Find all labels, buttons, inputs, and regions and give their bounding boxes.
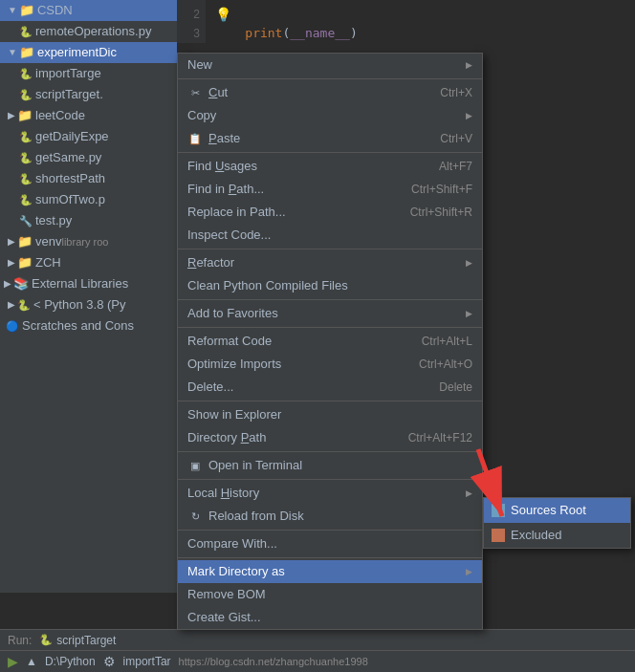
arrow-icon: ▶ [8,294,15,315]
run-script: 🐍 scriptTarget [39,634,116,647]
cut-icon: ✂ [187,81,203,104]
menu-label: ▣Open in Terminal [187,454,302,477]
dunder-name: __name__ [290,26,350,40]
menu-item-replace-in-path[interactable]: Replace in Path... Ctrl+Shift+R [178,201,482,224]
separator [178,152,482,153]
menu-label: Reformat Code [187,330,272,353]
menu-item-show-explorer[interactable]: Show in Explorer [178,403,482,426]
tree-label: leetCode [35,105,85,126]
arrow-icon: ▼ [8,42,17,63]
shortcut-paste: Ctrl+V [440,127,472,150]
file-icon: 🐍 [19,147,33,168]
tree-label: remoteOperations.py [35,21,151,42]
menu-item-refactor[interactable]: Refactor [178,251,482,274]
tree-item-venv[interactable]: ▶ 📁 venv library roo [0,231,177,252]
tree-item-import[interactable]: 🐍 importTarge [0,63,177,84]
line-num-3: 3 [177,24,206,43]
menu-label: Mark Directory as [187,560,285,583]
separator [178,327,482,328]
tree-item-experiment[interactable]: ▼ 📁 experimentDic [0,42,177,63]
tree-item-getdaily[interactable]: 🐍 getDailyExpe [0,126,177,147]
menu-label: Find Usages [187,155,257,178]
file-icon: 🐍 [19,21,33,42]
menu-item-mark-dir[interactable]: Mark Directory as [178,560,482,583]
venv-label: library roo [61,231,108,252]
tree-item-getsame[interactable]: 🐍 getSame.py [0,147,177,168]
tree-label: importTarge [35,63,101,84]
print-keyword: print [245,26,282,40]
tree-item-shortest[interactable]: 🐍 shortestPath [0,168,177,189]
menu-label: Clean Python Compiled Files [187,274,348,297]
menu-item-copy[interactable]: Copy [178,104,482,127]
tree-item-python[interactable]: ▶ 🐍 < Python 3.8 (Py [0,294,177,315]
tree-label: ZCH [35,252,61,273]
arrow-icon: ▶ [8,105,15,126]
menu-item-delete[interactable]: Delete... Delete [178,376,482,399]
menu-item-compare[interactable]: Compare With... [178,532,482,555]
tree-item-csdn[interactable]: ▼ 📁 CSDN [0,0,177,21]
tree-item-remote[interactable]: 🐍 remoteOperations.py [0,21,177,42]
menu-label: Add to Favorites [187,302,278,325]
menu-label: Directory Path [187,426,266,449]
script-name: scriptTarget [56,634,116,647]
menu-item-favorites[interactable]: Add to Favorites [178,302,482,325]
code-line-3: print(__name__) [215,24,625,43]
folder-icon: 📚 [13,273,29,294]
py-icon: 🐍 [39,634,53,646]
tree-label: sumOfTwo.p [35,189,105,210]
menu-label: ✂Cut [187,81,228,104]
menu-label: Inspect Code... [187,224,271,247]
tree-item-sumoftwo[interactable]: 🐍 sumOfTwo.p [0,189,177,210]
menu-item-remove-bom[interactable]: Remove BOM [178,583,482,606]
code-indent [215,26,245,40]
separator [178,78,482,79]
menu-item-clean[interactable]: Clean Python Compiled Files [178,274,482,297]
tree-label: test.py [35,210,72,231]
tree-item-external[interactable]: ▶ 📚 External Libraries [0,273,177,294]
menu-item-local-history[interactable]: Local History [178,482,482,505]
up-button[interactable]: ▲ [26,655,37,668]
tree-item-zch[interactable]: ▶ 📁 ZCH [0,252,177,273]
menu-item-create-gist[interactable]: Create Gist... [178,606,482,629]
menu-item-reformat[interactable]: Reformat Code Ctrl+Alt+L [178,330,482,353]
shortcut-reformat: Ctrl+Alt+L [422,330,472,353]
menu-item-inspect[interactable]: Inspect Code... [178,224,482,247]
shortcut-optimize: Ctrl+Alt+O [419,353,472,376]
menu-item-dir-path[interactable]: Directory Path Ctrl+Alt+F12 [178,426,482,449]
menu-item-new[interactable]: New [178,54,482,76]
menu-label: Refactor [187,251,234,274]
menu-label: Find in Path... [187,178,264,201]
tree-label: scriptTarget. [35,84,103,105]
folder-icon: 📁 [17,252,33,273]
menu-item-optimize[interactable]: Optimize Imports Ctrl+Alt+O [178,353,482,376]
menu-label: Local History [187,482,259,505]
menu-label: Optimize Imports [187,353,281,376]
tree-item-test[interactable]: 🔧 test.py [0,210,177,231]
menu-item-cut[interactable]: ✂Cut Ctrl+X [178,81,482,104]
separator [178,557,482,558]
tree-item-script[interactable]: 🐍 scriptTarget. [0,84,177,105]
menu-label: Remove BOM [187,583,266,606]
separator [178,299,482,300]
shortcut-find-path: Ctrl+Shift+F [411,178,472,201]
tree-item-leetcode[interactable]: ▶ 📁 leetCode [0,105,177,126]
menu-item-terminal[interactable]: ▣Open in Terminal [178,454,482,477]
menu-item-reload[interactable]: ↻Reload from Disk [178,505,482,528]
arrow-icon: ▶ [8,231,15,252]
menu-item-find-in-path[interactable]: Find in Path... Ctrl+Shift+F [178,178,482,201]
python-icon: 🐍 [17,294,31,315]
terminal-icon: ▣ [187,454,203,477]
file-icon: 🐍 [19,84,33,105]
folder-icon: 📁 [19,42,34,63]
project-tree: ▼ 📁 CSDN 🐍 remoteOperations.py ▼ 📁 exper… [0,0,177,593]
tree-label: CSDN [37,0,73,21]
tree-label: Scratches and Cons [22,315,134,336]
menu-label: Compare With... [187,532,277,555]
file-icon: 🐍 [19,126,33,147]
menu-item-paste[interactable]: 📋Paste Ctrl+V [178,127,482,150]
play-button[interactable]: ▶ [8,654,18,669]
tree-item-scratches[interactable]: 🔵 Scratches and Cons [0,315,177,336]
menu-item-find-usages[interactable]: Find Usages Alt+F7 [178,155,482,178]
svg-line-1 [478,449,502,516]
shortcut-find-usages: Alt+F7 [439,155,472,178]
